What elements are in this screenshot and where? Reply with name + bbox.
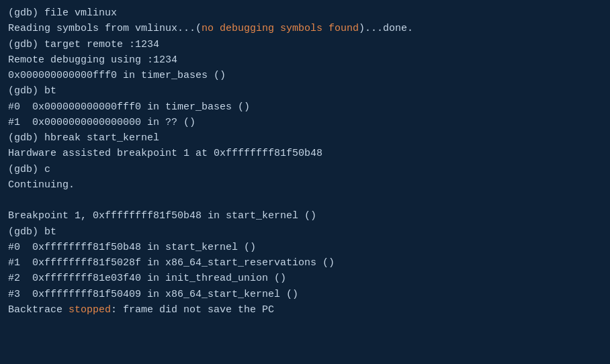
- terminal-line-4: Remote debugging using :1234: [8, 52, 602, 68]
- terminal-line-2: Reading symbols from vmlinux...(no debug…: [8, 21, 602, 36]
- terminal-line-14: Breakpoint 1, 0xffffffff81f50b48 in star…: [8, 208, 602, 224]
- terminal-line-20: Backtrace stopped: frame did not save th…: [8, 302, 602, 318]
- terminal-line-13-empty: [8, 193, 602, 208]
- terminal-line-7: #0 0x000000000000fff0 in timer_bases (): [8, 99, 602, 115]
- terminal-window: (gdb) file vmlinux Reading symbols from …: [0, 0, 610, 364]
- terminal-line-15: (gdb) bt: [8, 224, 602, 240]
- terminal-line-16: #0 0xffffffff81f50b48 in start_kernel (): [8, 240, 602, 255]
- terminal-line-6: (gdb) bt: [8, 83, 602, 99]
- terminal-line-18: #2 0xffffffff81e03f40 in init_thread_uni…: [8, 271, 602, 286]
- terminal-line-10: Hardware assisted breakpoint 1 at 0xffff…: [8, 146, 602, 161]
- terminal-line-17: #1 0xffffffff81f5028f in x86_64_start_re…: [8, 255, 602, 271]
- terminal-line-12: Continuing.: [8, 177, 602, 193]
- terminal-line-3: (gdb) target remote :1234: [8, 37, 602, 52]
- terminal-line-19: #3 0xffffffff81f50409 in x86_64_start_ke…: [8, 287, 602, 302]
- terminal-line-11: (gdb) c: [8, 162, 602, 177]
- terminal-line-9: (gdb) hbreak start_kernel: [8, 130, 602, 146]
- terminal-line-1: (gdb) file vmlinux: [8, 5, 602, 21]
- terminal-line-5: 0x000000000000fff0 in timer_bases (): [8, 68, 602, 83]
- terminal-line-8: #1 0x0000000000000000 in ?? (): [8, 115, 602, 130]
